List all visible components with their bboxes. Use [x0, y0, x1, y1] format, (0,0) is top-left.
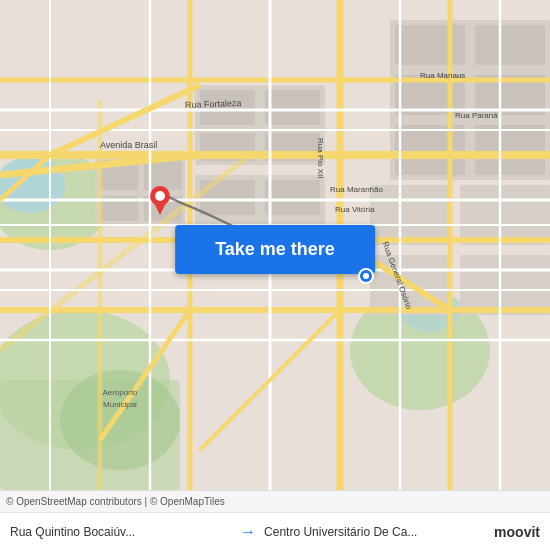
- bottom-info-bar: Rua Quintino Bocaiúv... → Centro Univers…: [0, 512, 550, 550]
- svg-rect-8: [395, 25, 465, 65]
- street-label-municipal: Municipal: [103, 400, 137, 409]
- to-location: Centro Universitário De Ca...: [264, 525, 486, 539]
- svg-rect-20: [265, 90, 320, 125]
- arrow-icon: →: [240, 523, 256, 541]
- from-location-text: Rua Quintino Bocaiúv...: [10, 525, 135, 539]
- street-label-brasil: Avenida Brasil: [100, 140, 157, 150]
- moovit-logo-text: moovit: [494, 524, 540, 540]
- street-label-parana: Rua Paraná: [455, 111, 498, 120]
- map-container: Rua Fortaleza Avenida Brasil Rua Pio XII…: [0, 0, 550, 490]
- moovit-logo: moovit: [494, 524, 540, 540]
- svg-marker-60: [154, 203, 166, 215]
- street-label-fortaleza: Rua Fortaleza: [185, 98, 242, 110]
- current-location-dot: [358, 268, 374, 284]
- attribution-bar: © OpenStreetMap contributors | © OpenMap…: [0, 490, 550, 512]
- svg-rect-12: [395, 125, 465, 175]
- svg-rect-13: [475, 125, 545, 175]
- street-label-pio: Rua Pio XII: [316, 138, 325, 178]
- street-label-vitoria: Rua Vitória: [335, 205, 375, 214]
- svg-rect-14: [370, 185, 450, 245]
- attribution-text: © OpenStreetMap contributors | © OpenMap…: [6, 496, 225, 507]
- street-label-aeroporto: Aeroporto: [102, 388, 138, 397]
- take-me-there-button[interactable]: Take me there: [175, 225, 375, 274]
- to-location-text: Centro Universitário De Ca...: [264, 525, 417, 539]
- svg-point-59: [155, 191, 165, 201]
- street-label-maranhao: Rua Maranhão: [330, 185, 383, 194]
- svg-point-4: [60, 370, 180, 470]
- destination-pin: [148, 185, 172, 217]
- svg-rect-15: [460, 185, 550, 245]
- from-location: Rua Quintino Bocaiúv...: [10, 525, 232, 539]
- svg-rect-25: [265, 180, 320, 215]
- svg-rect-9: [475, 25, 545, 65]
- street-label-manaus: Rua Manaus: [420, 71, 465, 80]
- svg-point-62: [363, 273, 369, 279]
- svg-rect-17: [460, 255, 550, 315]
